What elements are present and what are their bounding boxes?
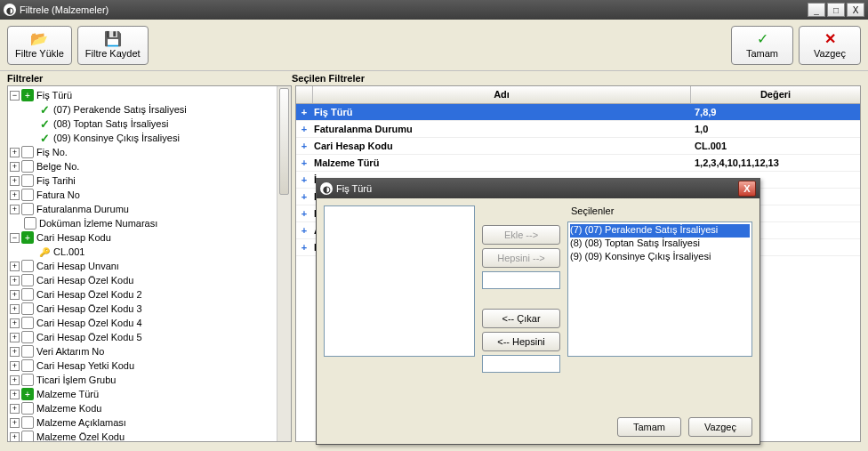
expander-icon[interactable]: + bbox=[10, 333, 20, 342]
expander-icon[interactable]: + bbox=[10, 432, 20, 442]
expander-icon[interactable]: + bbox=[10, 318, 20, 328]
expander-icon[interactable]: + bbox=[10, 390, 20, 399]
tree-node-label[interactable]: Cari Hesap Özel Kodu 4 bbox=[36, 318, 142, 328]
expander-icon[interactable]: + bbox=[10, 404, 20, 414]
remove-filter-input[interactable] bbox=[482, 355, 560, 373]
tree-node-label[interactable]: (07) Perakende Satış İrsaliyesi bbox=[53, 104, 187, 115]
tree-node-label[interactable]: (09) Konsinye Çıkış İrsaliyesi bbox=[53, 133, 180, 143]
grid-col-value[interactable]: Değeri bbox=[691, 86, 860, 103]
tree-node-label[interactable]: Cari Hesap Unvanı bbox=[36, 261, 119, 271]
tree-scrollbar[interactable] bbox=[277, 86, 291, 441]
expander-icon[interactable]: − bbox=[10, 233, 20, 243]
tree-node-label[interactable]: Cari Hesap Özel Kodu 5 bbox=[36, 332, 142, 342]
expander-icon[interactable]: + bbox=[10, 418, 20, 428]
add-all-button[interactable]: Hepsini --> bbox=[482, 248, 560, 268]
row-toggle-icon[interactable]: + bbox=[296, 191, 312, 202]
tree-node-label[interactable]: Malzeme Kodu bbox=[36, 403, 101, 414]
available-list[interactable] bbox=[324, 205, 475, 357]
checkbox-icon[interactable] bbox=[21, 331, 34, 343]
checkbox-icon[interactable] bbox=[21, 274, 34, 286]
tree-node-label[interactable]: CL.001 bbox=[53, 246, 84, 257]
checkbox-icon[interactable] bbox=[24, 217, 36, 230]
list-item[interactable]: (7) (07) Perakende Satış İrsaliyesi bbox=[570, 224, 750, 238]
checkbox-icon[interactable] bbox=[21, 174, 34, 187]
ok-button[interactable]: ✓ Tamam bbox=[731, 26, 793, 65]
minimize-button[interactable]: _ bbox=[808, 3, 825, 17]
add-button[interactable]: Ekle --> bbox=[482, 225, 560, 245]
filter-load-button[interactable]: 📂 Filtre Yükle bbox=[7, 26, 72, 65]
tree-node-label[interactable]: Malzeme Açıklaması bbox=[36, 417, 126, 428]
checkbox-icon[interactable] bbox=[21, 359, 34, 372]
checkbox-icon[interactable] bbox=[21, 189, 34, 201]
maximize-button[interactable]: □ bbox=[827, 3, 845, 17]
expander-icon[interactable]: + bbox=[10, 347, 20, 357]
checkbox-icon[interactable] bbox=[21, 416, 34, 429]
tree-node-label[interactable]: Cari Hesap Özel Kodu bbox=[36, 275, 133, 286]
selected-list[interactable]: (7) (07) Perakende Satış İrsaliyesi (8) … bbox=[567, 221, 752, 357]
checkbox-icon[interactable] bbox=[21, 431, 34, 441]
row-toggle-icon[interactable]: + bbox=[296, 208, 312, 219]
checkbox-icon[interactable] bbox=[21, 345, 34, 358]
remove-button[interactable]: <-- Çıkar bbox=[482, 309, 560, 328]
scrollbar-thumb[interactable] bbox=[279, 88, 289, 195]
tree-node-label[interactable]: Doküman İzleme Numarası bbox=[39, 218, 157, 229]
row-toggle-icon[interactable]: + bbox=[296, 225, 312, 236]
expander-icon[interactable]: + bbox=[10, 262, 20, 271]
tree-node-label[interactable]: Fiş Türü bbox=[36, 90, 72, 101]
checkbox-icon[interactable] bbox=[21, 203, 34, 215]
tree-node-label[interactable]: Fatura No bbox=[36, 189, 80, 200]
checkbox-icon[interactable] bbox=[21, 374, 34, 386]
expander-icon[interactable]: + bbox=[10, 375, 20, 385]
expander-icon[interactable]: + bbox=[10, 148, 20, 157]
checkbox-icon[interactable] bbox=[21, 302, 34, 315]
tree-node-label[interactable]: Malzeme Türü bbox=[36, 389, 99, 399]
dialog-ok-button[interactable]: Tamam bbox=[617, 417, 681, 437]
filter-tree[interactable]: −+Fiş Türü ✓(07) Perakende Satış İrsaliy… bbox=[7, 85, 292, 442]
dialog-close-button[interactable]: X bbox=[738, 181, 756, 197]
tree-node-label[interactable]: Cari Hesap Yetki Kodu bbox=[36, 360, 134, 371]
add-filter-input[interactable] bbox=[482, 271, 560, 289]
tree-node-label[interactable]: Belge No. bbox=[36, 161, 79, 172]
tree-node-label[interactable]: Cari Hesap Özel Kodu 3 bbox=[36, 303, 142, 314]
expander-icon[interactable]: − bbox=[10, 91, 20, 101]
row-toggle-icon[interactable]: + bbox=[296, 124, 312, 134]
tree-node-label[interactable]: Cari Hesap Kodu bbox=[36, 232, 111, 243]
row-toggle-icon[interactable]: + bbox=[296, 174, 312, 185]
expander-icon[interactable]: + bbox=[10, 162, 20, 172]
tree-node-label[interactable]: Malzeme Özel Kodu bbox=[36, 431, 125, 441]
row-toggle-icon[interactable]: + bbox=[296, 157, 312, 168]
tree-node-label[interactable]: Cari Hesap Özel Kodu 2 bbox=[36, 289, 142, 300]
tree-node-label[interactable]: Veri Aktarım No bbox=[36, 346, 104, 357]
checkbox-icon[interactable] bbox=[21, 260, 34, 272]
row-toggle-icon[interactable]: + bbox=[296, 242, 312, 253]
expander-icon[interactable]: + bbox=[10, 276, 20, 286]
expander-icon[interactable]: + bbox=[10, 190, 20, 200]
tree-node-label[interactable]: Ticari İşlem Grubu bbox=[36, 374, 116, 385]
row-toggle-icon[interactable]: + bbox=[296, 107, 312, 117]
checkbox-icon[interactable] bbox=[21, 402, 34, 415]
grid-row[interactable]: + Malzeme Türü 1,2,3,4,10,11,12,13 bbox=[296, 155, 860, 172]
filter-save-button[interactable]: 💾 Filtre Kaydet bbox=[77, 26, 149, 65]
list-item[interactable]: (8) (08) Toptan Satış İrsaliyesi bbox=[570, 238, 750, 251]
expander-icon[interactable]: + bbox=[10, 290, 20, 300]
dialog-cancel-button[interactable]: Vazgeç bbox=[688, 417, 752, 437]
expander-icon[interactable]: + bbox=[10, 205, 20, 214]
list-item[interactable]: (9) (09) Konsinye Çıkış İrsaliyesi bbox=[570, 251, 750, 264]
grid-row[interactable]: + Cari Hesap Kodu CL.001 bbox=[296, 138, 860, 155]
remove-all-button[interactable]: <-- Hepsini bbox=[482, 332, 560, 351]
close-button[interactable]: X bbox=[847, 3, 864, 17]
expander-icon[interactable]: + bbox=[10, 176, 20, 186]
checkbox-icon[interactable] bbox=[21, 146, 34, 158]
expander-icon[interactable]: + bbox=[10, 361, 20, 371]
grid-row[interactable]: + Fiş Türü 7,8,9 bbox=[296, 104, 860, 121]
tree-node-label[interactable]: Fiş No. bbox=[36, 147, 68, 157]
row-toggle-icon[interactable]: + bbox=[296, 141, 312, 151]
tree-node-label[interactable]: Faturalanma Durumu bbox=[36, 204, 129, 214]
cancel-button[interactable]: ✕ Vazgeç bbox=[799, 26, 861, 65]
grid-row[interactable]: + Faturalanma Durumu 1,0 bbox=[296, 121, 860, 138]
grid-col-name[interactable]: Adı bbox=[313, 86, 690, 103]
tree-node-label[interactable]: (08) Toptan Satış İrsaliyesi bbox=[53, 118, 168, 129]
checkbox-icon[interactable] bbox=[21, 317, 34, 329]
checkbox-icon[interactable] bbox=[21, 288, 34, 301]
expander-icon[interactable]: + bbox=[10, 304, 20, 314]
